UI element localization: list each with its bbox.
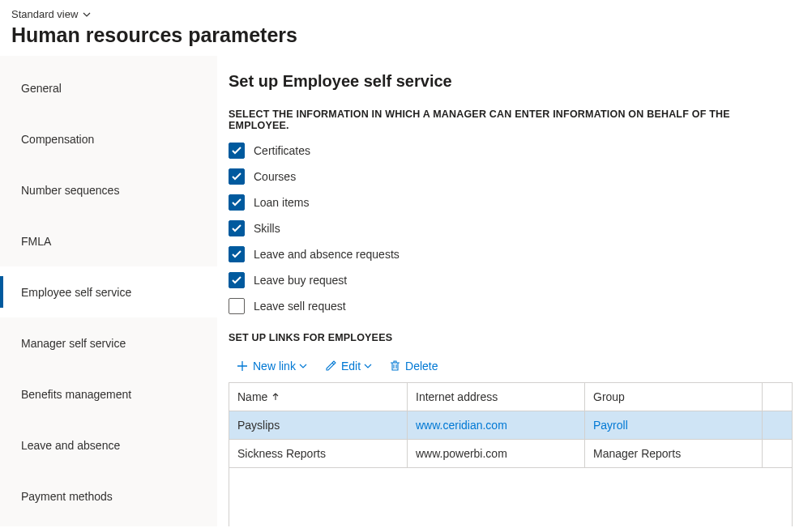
check-leave-absence-requests: Leave and absence requests: [229, 246, 793, 262]
col-header-name[interactable]: Name: [229, 383, 408, 411]
sidebar-item-label: Benefits management: [21, 388, 131, 401]
check-icon: [232, 250, 241, 258]
cell-group: Payroll: [585, 411, 763, 440]
check-label: Loan items: [254, 196, 309, 209]
checkbox-courses[interactable]: [229, 168, 245, 185]
sidebar-item-general[interactable]: General: [0, 62, 217, 113]
edit-button[interactable]: Edit: [325, 360, 372, 373]
cell-address: www.ceridian.com: [408, 411, 585, 440]
delete-button[interactable]: Delete: [390, 360, 438, 373]
check-label: Leave and absence requests: [254, 248, 400, 261]
sidebar-item-label: Compensation: [21, 133, 94, 146]
sidebar-item-label: Employee self service: [21, 286, 131, 299]
chevron-down-icon: [364, 364, 372, 368]
main-title: Set up Employee self service: [229, 72, 793, 91]
check-label: Leave buy request: [254, 274, 347, 287]
cell-pad: [763, 440, 793, 468]
links-grid: Name Internet address Group Payslips www…: [229, 382, 793, 526]
cell-name: Sickness Reports: [229, 440, 408, 468]
sidebar-item-number-sequences[interactable]: Number sequences: [0, 164, 217, 215]
page-title: Human resources parameters: [11, 23, 801, 47]
check-courses: Courses: [229, 168, 793, 185]
col-header-address[interactable]: Internet address: [408, 383, 585, 411]
col-header-label: Internet address: [416, 390, 498, 403]
sidebar-item-label: FMLA: [21, 235, 51, 248]
new-link-label: New link: [253, 360, 296, 373]
checklist: Certificates Courses Loan items Skills L…: [229, 143, 793, 314]
cell-address: www.powerbi.com: [408, 440, 585, 468]
new-link-button[interactable]: New link: [237, 360, 307, 373]
section-links-label: SET UP LINKS FOR EMPLOYEES: [229, 332, 793, 343]
col-header-label: Group: [593, 390, 625, 403]
check-icon: [232, 276, 241, 284]
sidebar-item-compensation[interactable]: Compensation: [0, 113, 217, 164]
grid-filler: [229, 468, 793, 527]
sort-asc-icon: [272, 393, 279, 401]
sidebar-item-fmla[interactable]: FMLA: [0, 215, 217, 266]
sidebar-item-label: Leave and absence: [21, 439, 120, 452]
sidebar-item-label: Manager self service: [21, 337, 126, 350]
plus-icon: [237, 360, 248, 372]
check-label: Courses: [254, 170, 296, 183]
sidebar-item-label: Payment methods: [21, 490, 113, 503]
check-label: Leave sell request: [254, 300, 346, 313]
cell-pad: [763, 411, 793, 440]
section-manager-entry-label: SELECT THE INFORMATION IN WHICH A MANAGE…: [229, 109, 793, 131]
sidebar-item-employee-self-service[interactable]: Employee self service: [0, 266, 217, 317]
checkbox-leave-absence-requests[interactable]: [229, 246, 245, 262]
sidebar-item-label: Number sequences: [21, 184, 119, 197]
checkbox-leave-buy-request[interactable]: [229, 272, 245, 288]
check-leave-buy-request: Leave buy request: [229, 272, 793, 288]
sidebar-item-manager-self-service[interactable]: Manager self service: [0, 317, 217, 368]
view-switcher[interactable]: Standard view: [11, 6, 91, 22]
main-content: Set up Employee self service SELECT THE …: [217, 56, 812, 526]
pencil-icon: [325, 360, 336, 372]
check-icon: [232, 198, 241, 207]
check-icon: [232, 224, 241, 232]
sidebar: General Compensation Number sequences FM…: [0, 56, 217, 526]
checkbox-skills[interactable]: [229, 220, 245, 236]
checkbox-loan-items[interactable]: [229, 194, 245, 211]
sidebar-item-leave-and-absence[interactable]: Leave and absence: [0, 419, 217, 471]
check-icon: [232, 172, 241, 181]
table-row[interactable]: Sickness Reports www.powerbi.com Manager…: [229, 440, 793, 468]
col-header-group[interactable]: Group: [585, 383, 763, 411]
sidebar-item-benefits-management[interactable]: Benefits management: [0, 368, 217, 419]
table-row[interactable]: Payslips www.ceridian.com Payroll: [229, 411, 793, 440]
sidebar-item-label: General: [21, 82, 62, 95]
check-leave-sell-request: Leave sell request: [229, 298, 793, 314]
check-label: Skills: [254, 222, 280, 235]
check-icon: [232, 147, 241, 155]
check-label: Certificates: [254, 144, 310, 157]
edit-label: Edit: [341, 360, 361, 373]
check-loan-items: Loan items: [229, 194, 793, 211]
cell-group: Manager Reports: [585, 440, 763, 468]
chevron-down-icon: [83, 12, 91, 17]
col-header-label: Name: [237, 390, 267, 403]
chevron-down-icon: [299, 364, 307, 368]
links-toolbar: New link Edit Delete: [229, 355, 793, 382]
checkbox-leave-sell-request[interactable]: [229, 298, 245, 314]
sidebar-item-payment-methods[interactable]: Payment methods: [0, 471, 217, 522]
view-label: Standard view: [11, 8, 78, 20]
trash-icon: [390, 360, 400, 372]
grid-header-row: Name Internet address Group: [229, 383, 793, 411]
check-certificates: Certificates: [229, 143, 793, 159]
checkbox-certificates[interactable]: [229, 143, 245, 159]
col-header-pad: [763, 383, 793, 411]
check-skills: Skills: [229, 220, 793, 236]
cell-name: Payslips: [229, 411, 408, 440]
delete-label: Delete: [405, 360, 438, 373]
